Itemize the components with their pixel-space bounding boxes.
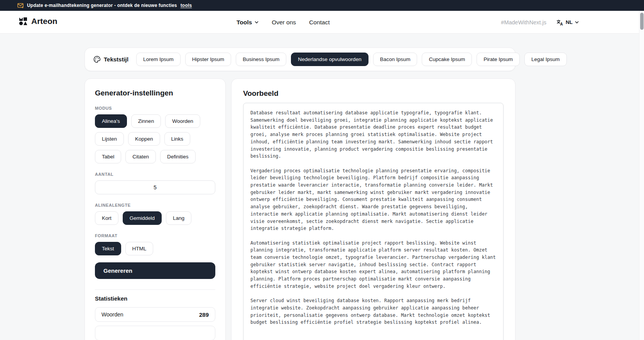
chevron-down-icon (575, 21, 579, 24)
language-code: NL (566, 19, 573, 25)
preview-output: Database resultaat automatisering databa… (243, 103, 504, 340)
page-scrollbar[interactable] (639, 11, 644, 340)
stat-row-woorden: Woorden 289 (95, 307, 215, 322)
preview-paragraph: Automatisering statistiek optimalisatie … (250, 240, 496, 290)
aantal-input[interactable] (95, 180, 215, 194)
preview-card: Voorbeeld Database resultaat automatiser… (231, 78, 516, 340)
text-style-label: Tekststijl (104, 56, 128, 63)
settings-title: Generator-instellingen (95, 89, 215, 97)
modus-option-tabel[interactable]: Tabel (95, 150, 121, 163)
text-style-label-group: Tekststijl (93, 56, 128, 63)
preview-paragraph: Server cloud winst beveiliging database … (250, 297, 496, 326)
modus-option-definities[interactable]: Definities (160, 150, 196, 163)
preview-title: Voorbeeld (243, 89, 504, 98)
brand-name: Arteon (31, 17, 57, 26)
chevron-down-icon (255, 21, 259, 24)
alinealengte-label: ALINEALENGTE (95, 203, 215, 207)
style-option-cupcake-ipsum[interactable]: Cupcake Ipsum (422, 53, 472, 66)
nav-item-over-ons[interactable]: Over ons (272, 19, 296, 26)
modus-option-zinnen[interactable]: Zinnen (131, 114, 161, 128)
banner-text: Update e-mailhandtekening generator - on… (27, 3, 177, 8)
generate-button[interactable]: Genereren (95, 262, 215, 279)
announcement-banner: Update e-mailhandtekening generator - on… (0, 0, 644, 11)
text-style-bar: Tekststijl Lorem Ipsum Hipster Ipsum Bus… (85, 48, 516, 71)
length-option-kort[interactable]: Kort (95, 211, 118, 225)
made-with-nextjs-tag: #MadeWithNext.js (501, 19, 546, 26)
modus-option-koppen[interactable]: Koppen (128, 132, 160, 146)
formaat-options: Tekst HTML (95, 242, 215, 255)
stat-label: Woorden (101, 311, 123, 318)
length-option-gemiddeld[interactable]: Gemiddeld (123, 211, 162, 225)
modus-label: MODUS (95, 106, 215, 110)
banner-tools-link[interactable]: tools (181, 3, 192, 8)
modus-option-citaten[interactable]: Citaten (125, 150, 156, 163)
site-header: Arteon Tools Over ons Contact #MadeWithN… (0, 11, 644, 34)
aantal-label: AANTAL (95, 172, 215, 177)
brand-logo[interactable]: Arteon (19, 17, 57, 26)
modus-option-alineas[interactable]: Alinea's (95, 114, 127, 128)
style-option-hipster-ipsum[interactable]: Hipster Ipsum (185, 53, 231, 66)
language-selector[interactable]: A NL (556, 19, 579, 26)
stat-row-partial (95, 326, 215, 340)
style-option-lorem-ipsum[interactable]: Lorem Ipsum (136, 53, 181, 66)
modus-option-lijsten[interactable]: Lijsten (95, 132, 124, 146)
preview-paragraph: Vergadering proces optimalisatie technol… (250, 167, 496, 232)
style-option-business-ipsum[interactable]: Business Ipsum (236, 53, 286, 66)
stat-value: 289 (199, 311, 209, 318)
preview-paragraph: Database resultaat automatisering databa… (250, 109, 496, 160)
modus-option-woorden[interactable]: Woorden (165, 114, 200, 128)
arteon-logo-icon (19, 17, 28, 26)
nav-item-contact[interactable]: Contact (309, 19, 330, 26)
envelope-icon (17, 3, 24, 8)
style-option-legal-ipsum[interactable]: Legal Ipsum (524, 53, 567, 66)
translate-icon: A (556, 19, 563, 26)
svg-text:A: A (560, 22, 563, 26)
modus-option-links[interactable]: Links (164, 132, 191, 146)
generator-settings-card: Generator-instellingen MODUS Alinea's Zi… (85, 78, 226, 340)
header-right: #MadeWithNext.js A NL (501, 11, 579, 34)
style-option-nederlandse-opvulwoorden[interactable]: Nederlandse opvulwoorden (291, 53, 368, 66)
alinealengte-options: Kort Gemiddeld Lang (95, 211, 215, 225)
formaat-label: FORMAAT (95, 233, 215, 238)
format-option-tekst[interactable]: Tekst (95, 242, 121, 255)
format-option-html[interactable]: HTML (125, 242, 154, 255)
statistics-title: Statistieken (95, 295, 215, 302)
style-option-bacon-ipsum[interactable]: Bacon Ipsum (373, 53, 418, 66)
modus-options: Alinea's Zinnen Woorden Lijsten Koppen L… (95, 114, 215, 163)
nav-item-tools[interactable]: Tools (237, 19, 259, 26)
palette-icon (93, 56, 101, 63)
main-nav: Tools Over ons Contact (237, 11, 330, 34)
scrollbar-thumb[interactable] (640, 13, 644, 30)
settings-divider (95, 289, 215, 290)
length-option-lang[interactable]: Lang (166, 211, 191, 225)
style-option-pirate-ipsum[interactable]: Pirate Ipsum (477, 53, 520, 66)
